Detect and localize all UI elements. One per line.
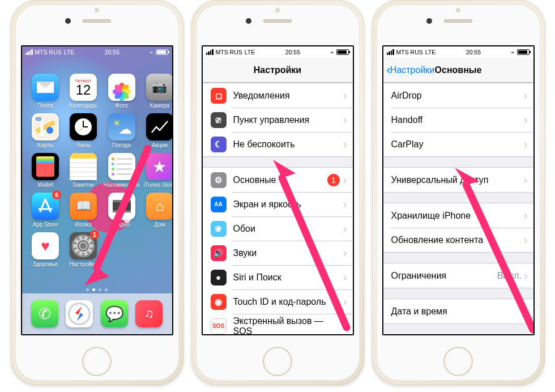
- settings-row[interactable]: AirDrop›: [383, 83, 533, 108]
- settings-row[interactable]: Хранилище iPhone›: [383, 203, 533, 228]
- battery-icon: [336, 49, 349, 55]
- row-label: Экстренный вызов — SOS: [233, 316, 343, 335]
- clock-icon: [70, 113, 97, 140]
- settings-row[interactable]: ◻︎Уведомления›: [203, 83, 353, 108]
- app-wallet[interactable]: Wallet: [28, 153, 63, 188]
- wall-icon: ❀: [211, 221, 227, 237]
- chevron-right-icon: ›: [343, 198, 347, 211]
- siri-icon: ●: [211, 270, 227, 286]
- app-stocks[interactable]: Акции: [142, 113, 172, 148]
- gen-icon: ⚙︎: [211, 172, 227, 188]
- home-button[interactable]: [82, 347, 112, 376]
- general-list[interactable]: AirDrop›Handoff›CarPlay› Универсальный д…: [383, 83, 533, 334]
- app-weather[interactable]: ☀☁Погода: [104, 113, 140, 148]
- signal-icon: [387, 49, 394, 55]
- app-mail[interactable]: Почта: [28, 74, 63, 109]
- home-icon: ⌂: [146, 193, 172, 220]
- row-badge: 1: [327, 174, 340, 186]
- app-label: Здоровье: [33, 261, 58, 267]
- battery-icon: [156, 49, 168, 55]
- app-clock[interactable]: Часы: [66, 113, 101, 148]
- chevron-right-icon: ›: [524, 113, 528, 126]
- settings-row[interactable]: ●Siri и Поиск›: [203, 265, 353, 289]
- app-itunes[interactable]: ★iTunes Store: [142, 153, 172, 188]
- weather-icon: ☀☁: [108, 113, 135, 140]
- carrier-label: MTS RUS: [35, 49, 62, 56]
- row-label: CarPlay: [391, 139, 524, 150]
- music-app-icon[interactable]: ♫: [135, 300, 163, 327]
- dock: ✆ 💬 ♫: [22, 293, 172, 334]
- settings-row[interactable]: Обновление контента›: [383, 228, 533, 252]
- app-settings[interactable]: 1Настройки: [66, 232, 101, 267]
- settings-row[interactable]: Дата и время›: [383, 299, 533, 323]
- app-notes[interactable]: Заметки: [66, 153, 101, 188]
- photos-icon: [108, 74, 135, 101]
- sound-icon: 🔊: [211, 245, 227, 261]
- app-label: Почта: [37, 103, 53, 109]
- app-rem[interactable]: Напоминания: [104, 153, 140, 188]
- home-icon-grid: ПочтаЧетверг12КалендарьФото📷Камера280Кар…: [28, 74, 172, 267]
- app-label: iTunes Store: [144, 182, 172, 188]
- settings-row[interactable]: AAЭкран и яркость›: [203, 192, 353, 216]
- app-maps[interactable]: 280Карты: [28, 113, 63, 148]
- app-label: iBooks: [75, 221, 92, 228]
- messages-app-icon[interactable]: 💬: [101, 300, 128, 327]
- stocks-icon: [146, 113, 172, 140]
- settings-row[interactable]: ОграниченияВыкл.›: [383, 263, 533, 288]
- settings-row[interactable]: SOSЭкстренный вызов — SOS›: [203, 314, 353, 334]
- network-label: LTE: [245, 49, 255, 56]
- chevron-right-icon: ›: [343, 271, 347, 284]
- app-cam[interactable]: 📷Камера: [142, 74, 172, 109]
- app-photos[interactable]: Фото: [104, 74, 140, 109]
- notes-icon: [70, 153, 97, 180]
- app-cal[interactable]: Четверг12Календарь: [66, 74, 101, 109]
- phone-app-icon[interactable]: ✆: [31, 300, 58, 327]
- rem-icon: [108, 153, 135, 180]
- home-button[interactable]: [263, 347, 292, 376]
- svg-point-17: [80, 242, 86, 249]
- app-ibooks[interactable]: 📖iBooks: [66, 193, 101, 228]
- settings-row[interactable]: ⚙︎Основные1›: [203, 168, 353, 192]
- page-indicator: [22, 288, 172, 291]
- settings-row[interactable]: ☾Не беспокоить›: [203, 132, 353, 156]
- app-appstore[interactable]: 6App Store: [28, 193, 63, 228]
- clock-label: 20:55: [466, 49, 481, 56]
- dnd-icon: ☾: [211, 137, 227, 152]
- settings-row[interactable]: Handoff›: [383, 108, 533, 132]
- settings-row[interactable]: ❀Обои›: [203, 216, 353, 241]
- app-home[interactable]: ⌂Дом: [142, 193, 172, 228]
- settings-row[interactable]: ◉Touch ID и код-пароль›: [203, 289, 353, 314]
- settings-list[interactable]: ◻︎Уведомления›⎚Пункт управления›☾Не бесп…: [203, 83, 353, 334]
- home-button[interactable]: [443, 347, 473, 376]
- signal-icon: [25, 49, 33, 55]
- clock-label: 20:55: [105, 49, 119, 56]
- bluetooth-icon: ⌁: [511, 49, 515, 56]
- chevron-right-icon: ›: [343, 246, 347, 259]
- itunes-icon: ★: [146, 153, 172, 180]
- back-label: Настройки: [390, 65, 434, 75]
- back-button[interactable]: ‹Настройки: [387, 63, 435, 78]
- app-video[interactable]: Видео: [104, 193, 140, 228]
- row-label: Хранилище iPhone: [391, 211, 524, 221]
- chevron-right-icon: ›: [524, 173, 528, 186]
- settings-row[interactable]: Универсальный доступ›: [383, 168, 533, 192]
- safari-app-icon[interactable]: [66, 300, 93, 327]
- video-icon: [108, 193, 135, 220]
- app-label: Карты: [37, 142, 54, 148]
- settings-row[interactable]: 🔊Звуки›: [203, 241, 353, 265]
- app-health[interactable]: ♥Здоровье: [28, 232, 63, 267]
- row-value: Выкл.: [497, 271, 522, 281]
- touch-icon: ◉: [211, 294, 227, 310]
- app-label: Видео: [113, 221, 130, 228]
- page-title: Основные: [435, 65, 482, 75]
- phone-frame: MTS RUSLTE 20:55 ⌁ Настройки ◻︎Уведомлен…: [191, 0, 364, 385]
- network-label: LTE: [64, 49, 74, 56]
- chevron-right-icon: ›: [343, 319, 347, 333]
- ibooks-icon: 📖: [70, 193, 97, 220]
- bluetooth-icon: ⌁: [150, 49, 153, 56]
- app-label: Календарь: [69, 103, 97, 109]
- row-label: Siri и Поиск: [233, 272, 343, 283]
- cam-icon: 📷: [146, 74, 172, 101]
- settings-row[interactable]: ⎚Пункт управления›: [203, 108, 353, 132]
- settings-row[interactable]: CarPlay›: [383, 132, 533, 156]
